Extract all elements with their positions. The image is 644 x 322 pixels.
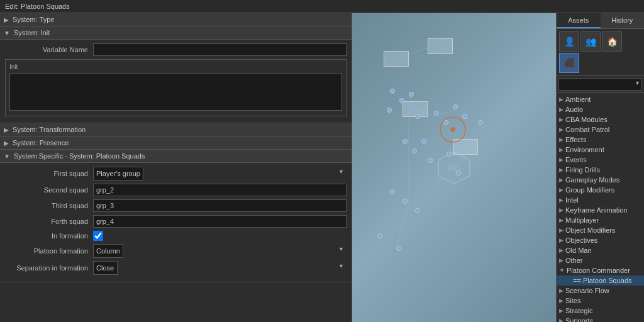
right-icons: 👤 👥 🏠 ⬛ [557, 29, 644, 76]
right-search-input[interactable] [558, 78, 642, 91]
person-icon[interactable]: 👤 [559, 31, 579, 52]
unit-dot-9 [462, 114, 467, 119]
first-squad-select[interactable]: Player's group [93, 167, 143, 180]
tree-item-gameplay-modes[interactable]: ▶Gameplay Modes [557, 175, 644, 185]
unit-dot-1 [390, 89, 395, 94]
unit-dot-5 [415, 114, 420, 119]
tree-item-intel[interactable]: ▶Intel [557, 195, 644, 205]
section-specific-label: System Specific - System: Platoon Squads [14, 152, 145, 160]
forth-squad-label: Forth squad [5, 218, 93, 225]
unit-dot-19 [415, 208, 420, 213]
first-squad-row: First squad Player's group [5, 167, 347, 180]
separation-formation-row: Separation in formation Close [5, 261, 347, 275]
right-tabs: Assets History [557, 13, 644, 29]
section-system-specific[interactable]: ▼ System Specific - System: Platoon Squa… [0, 150, 352, 163]
unit-dot-4 [387, 108, 392, 113]
section-system-type[interactable]: ▶ System: Type [0, 13, 352, 26]
svg-line-4 [440, 111, 456, 114]
platoon-formation-select[interactable]: Column [93, 244, 123, 258]
right-panel: Assets History 👤 👥 🏠 ⬛ ▼ ▶Ambient ▶Audio… [556, 13, 644, 322]
third-squad-row: Third squad [5, 199, 347, 212]
tree-item-firing-drills[interactable]: ▶Firing Drills [557, 165, 644, 175]
second-squad-input[interactable] [93, 184, 347, 196]
init-textarea[interactable] [9, 73, 342, 111]
group-icon[interactable]: 👥 [580, 31, 601, 52]
variable-name-row: Variable Name [5, 43, 347, 56]
tree-item-old-man[interactable]: ▶Old Man [557, 245, 644, 255]
tree-item-ambient[interactable]: ▶Ambient [557, 94, 644, 104]
right-tree: ▶Ambient ▶Audio ▶CBA Modules ▶Combat Pat… [557, 93, 644, 322]
third-squad-input[interactable] [93, 199, 347, 212]
structure-icon[interactable]: 🏠 [602, 31, 622, 52]
forth-squad-row: Forth squad [5, 215, 347, 228]
tree-item-platoon-squads[interactable]: ▶== Platoon Squads [557, 275, 644, 286]
first-squad-label: First squad [5, 170, 93, 177]
tree-item-platoon-commander[interactable]: ▼Platoon Commander [557, 265, 644, 275]
unit-dot-21 [396, 246, 401, 251]
tree-item-cba[interactable]: ▶CBA Modules [557, 114, 644, 125]
tree-item-combat-patrol[interactable]: ▶Combat Patrol [557, 125, 644, 135]
section-system-init[interactable]: ▼ System: Init [0, 26, 352, 40]
tree-item-group-modifiers[interactable]: ▶Group Modifiers [557, 185, 644, 195]
tree-item-objectives[interactable]: ▶Objectives [557, 235, 644, 245]
title-bar: Edit: Platoon Squads [0, 0, 644, 13]
unit-dot-10 [478, 120, 483, 125]
unit-dot-16 [456, 170, 461, 175]
search-dropdown-arrow: ▼ [635, 80, 640, 86]
platoon-formation-label: Platoon formation [5, 247, 93, 255]
media-icon[interactable]: ⬛ [559, 53, 579, 73]
map-panel[interactable]: PC [352, 13, 556, 322]
unit-dot-3 [409, 92, 414, 97]
tab-history[interactable]: History [601, 13, 645, 28]
unit-dot-15 [447, 152, 452, 157]
variable-name-label: Variable Name [5, 46, 93, 53]
in-formation-checkbox[interactable] [93, 231, 103, 241]
unit-dot-12 [412, 148, 417, 153]
unit-dot-11 [402, 139, 408, 144]
tree-item-other[interactable]: ▶Other [557, 255, 644, 265]
forth-squad-input[interactable] [93, 215, 347, 228]
init-group-label: Init [9, 64, 342, 70]
unit-dot-20 [377, 233, 382, 238]
map-background: PC [352, 13, 556, 322]
init-group: Init [5, 59, 347, 116]
second-squad-label: Second squad [5, 186, 93, 194]
tree-item-events[interactable]: ▶Events [557, 155, 644, 165]
in-formation-label: In formation [5, 232, 93, 240]
variable-name-input[interactable] [93, 43, 347, 56]
section-transformation[interactable]: ▶ System: Transformation [0, 123, 352, 136]
section-type-arrow: ▶ [4, 16, 9, 23]
section-presence-label: System: Presence [13, 139, 69, 147]
tree-item-environment[interactable]: ▶Environment [557, 145, 644, 155]
right-search-container: ▼ [557, 76, 644, 93]
tree-item-multiplayer[interactable]: ▶Multiplayer [557, 215, 644, 225]
tree-item-strategic[interactable]: ▶Strategic [557, 306, 644, 316]
separation-formation-select-wrapper: Close [93, 261, 347, 275]
section-specific-content: First squad Player's group Second squad … [0, 163, 352, 282]
map-box-4 [453, 139, 478, 155]
tree-item-scenario-flow[interactable]: ▶Scenario Flow [557, 286, 644, 296]
second-squad-row: Second squad [5, 184, 347, 196]
platoon-formation-row: Platoon formation Column [5, 244, 347, 258]
section-transformation-arrow: ▶ [4, 126, 9, 133]
section-presence[interactable]: ▶ System: Presence [0, 136, 352, 150]
section-init-content: Variable Name Init [0, 40, 352, 123]
svg-point-10 [450, 127, 455, 132]
unit-dot-7 [443, 120, 448, 125]
tree-item-keyframe[interactable]: ▶Keyframe Animation [557, 205, 644, 215]
unit-dot-2 [399, 98, 404, 103]
main-container: ▶ System: Type ▼ System: Init Variable N… [0, 13, 644, 322]
separation-formation-select[interactable]: Close [93, 261, 118, 275]
first-squad-select-wrapper: Player's group [93, 167, 347, 180]
section-presence-arrow: ▶ [4, 140, 9, 147]
tree-item-audio[interactable]: ▶Audio [557, 104, 644, 114]
unit-dot-13 [421, 139, 426, 144]
tree-item-effects[interactable]: ▶Effects [557, 135, 644, 145]
section-type-label: System: Type [13, 16, 54, 23]
section-init-arrow: ▼ [4, 30, 10, 36]
tree-item-sites[interactable]: ▶Sites [557, 296, 644, 306]
tab-assets[interactable]: Assets [557, 13, 601, 28]
tree-item-object-modifiers[interactable]: ▶Object Modifiers [557, 225, 644, 235]
tree-item-supports[interactable]: ▶Supports [557, 316, 644, 322]
section-transformation-label: System: Transformation [13, 126, 86, 133]
